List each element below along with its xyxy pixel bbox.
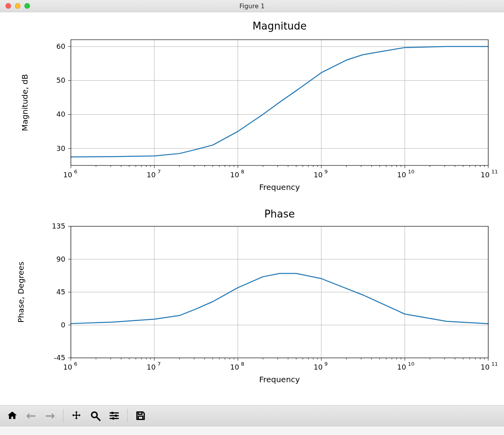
svg-rect-172 <box>138 416 143 419</box>
svg-text:11: 11 <box>491 169 498 175</box>
svg-text:10: 10 <box>147 171 156 179</box>
svg-text:50: 50 <box>56 76 65 84</box>
svg-rect-171 <box>138 412 142 415</box>
minimize-window-button[interactable] <box>15 3 20 9</box>
back-button[interactable]: ← <box>22 407 40 424</box>
traffic-lights <box>0 3 30 9</box>
svg-text:-45: -45 <box>54 353 65 362</box>
pan-button[interactable] <box>67 407 85 424</box>
svg-text:10: 10 <box>63 363 72 371</box>
save-icon <box>135 410 146 421</box>
svg-text:40: 40 <box>56 110 65 118</box>
save-button[interactable] <box>132 407 150 424</box>
svg-point-169 <box>115 415 117 417</box>
svg-line-164 <box>97 417 100 420</box>
svg-text:Phase: Phase <box>264 208 295 220</box>
zoom-window-button[interactable] <box>24 3 30 9</box>
svg-text:10: 10 <box>230 363 239 371</box>
window-title: Figure 1 <box>0 2 504 10</box>
configure-subplots-button[interactable] <box>105 407 123 424</box>
svg-text:6: 6 <box>74 169 77 175</box>
svg-point-170 <box>112 417 115 420</box>
svg-text:10: 10 <box>230 171 239 179</box>
svg-text:10: 10 <box>481 363 490 371</box>
svg-text:Frequency: Frequency <box>259 182 300 192</box>
svg-text:10: 10 <box>63 171 72 179</box>
svg-text:10: 10 <box>408 361 415 367</box>
svg-text:9: 9 <box>324 361 328 367</box>
svg-text:90: 90 <box>56 255 65 263</box>
svg-text:11: 11 <box>491 361 498 367</box>
svg-text:Magnitude: Magnitude <box>252 20 307 32</box>
forward-button[interactable]: → <box>41 407 59 424</box>
sliders-icon <box>109 410 120 421</box>
titlebar: Figure 1 <box>0 0 504 12</box>
home-button[interactable] <box>3 407 21 424</box>
arrow-left-icon: ← <box>26 410 36 422</box>
svg-text:10: 10 <box>397 363 406 371</box>
move-icon <box>71 410 82 421</box>
svg-text:7: 7 <box>158 361 161 367</box>
svg-text:45: 45 <box>56 288 65 296</box>
svg-text:10: 10 <box>314 363 323 371</box>
statusbar <box>0 426 504 435</box>
svg-text:Phase, Degrees: Phase, Degrees <box>16 262 26 323</box>
svg-text:10: 10 <box>481 171 490 179</box>
close-window-button[interactable] <box>6 3 11 9</box>
home-icon <box>7 410 18 421</box>
svg-text:10: 10 <box>147 363 156 371</box>
svg-text:Frequency: Frequency <box>259 375 300 384</box>
svg-text:8: 8 <box>241 361 244 367</box>
svg-text:7: 7 <box>158 169 161 175</box>
svg-text:Magnitude, dB: Magnitude, dB <box>20 74 30 131</box>
svg-text:10: 10 <box>314 171 323 179</box>
svg-text:30: 30 <box>56 144 65 152</box>
svg-text:9: 9 <box>324 169 328 175</box>
svg-text:10: 10 <box>408 169 415 175</box>
svg-text:60: 60 <box>56 42 65 50</box>
svg-text:8: 8 <box>241 169 244 175</box>
svg-point-168 <box>111 412 113 414</box>
svg-text:0: 0 <box>61 321 65 329</box>
figure-canvas[interactable]: Magnitude3040506010610710810910101011Fre… <box>0 12 504 405</box>
window: Figure 1 Magnitude3040506010610710810910… <box>0 0 504 435</box>
toolbar-separator <box>127 409 128 422</box>
svg-text:6: 6 <box>74 361 77 367</box>
arrow-right-icon: → <box>45 410 55 422</box>
svg-text:135: 135 <box>52 222 65 230</box>
matplotlib-toolbar: ← → <box>0 405 504 426</box>
svg-text:10: 10 <box>397 171 406 179</box>
zoom-button[interactable] <box>86 407 104 424</box>
magnifier-icon <box>90 410 101 421</box>
toolbar-separator <box>63 409 63 422</box>
